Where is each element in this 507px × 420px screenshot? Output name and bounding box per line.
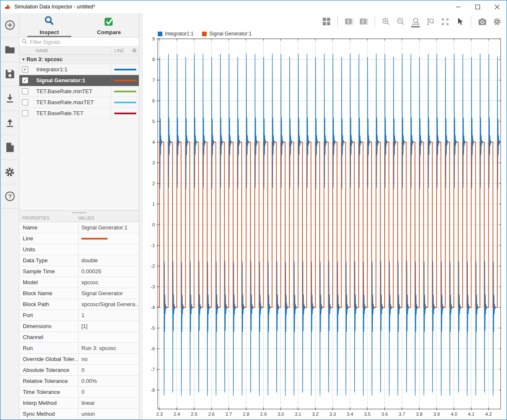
create-report-icon[interactable] [0,135,19,160]
close-icon[interactable] [487,0,507,13]
collapse-caret-icon[interactable]: ▾ [22,57,24,62]
legend-label: Signal Generator:1 [209,31,252,37]
property-value[interactable]: 1 [78,310,139,320]
svg-text:8: 8 [152,57,155,62]
svg-text:3.8: 3.8 [416,412,422,417]
signal-row[interactable]: ✓Integrator1:1 [19,64,139,75]
property-row: Line [19,233,139,244]
property-row: Block Pathxpcosc/Signal Genera… [19,299,139,310]
import-icon[interactable] [0,86,19,111]
signal-browser-panel: Inspect Compare NAME LINE [19,13,139,420]
property-label: Units [19,246,78,253]
svg-text:-8: -8 [151,388,155,393]
help-icon[interactable]: ? [0,184,19,209]
magnifier-icon [43,15,55,28]
zoom-in-time-icon[interactable] [410,16,421,27]
signal-row[interactable]: TET.BaseRate.maxTET [19,97,139,108]
signal-line-cell[interactable] [111,64,139,75]
legend-item-integrator[interactable]: Integrator1:1 [158,31,194,37]
signal-line-cell[interactable] [111,75,139,86]
svg-text:-4: -4 [151,305,155,310]
tab-compare[interactable]: Compare [79,13,139,37]
property-value[interactable]: xpcosc [78,277,139,288]
property-label: Data Type [19,257,78,264]
signal-row[interactable]: TET.BaseRate.TET [19,108,139,119]
preferences-icon[interactable] [0,160,19,184]
panel-splitter[interactable] [19,210,139,215]
property-value[interactable]: double [78,255,139,266]
open-icon[interactable] [0,38,19,62]
signal-checkbox[interactable]: ✓ [22,66,28,73]
signal-line-cell[interactable] [111,86,139,97]
settings-icon[interactable] [491,16,502,27]
property-row: Interp Methodlinear [19,398,139,409]
zoom-in-y-icon[interactable] [425,16,436,27]
property-value[interactable]: 0 [78,387,139,397]
panel-chart-divider[interactable] [139,13,143,420]
svg-text:4.1: 4.1 [468,412,475,417]
signal-row[interactable]: TET.BaseRate.minTET [19,86,139,97]
property-label: Sample Time [19,268,78,275]
property-value[interactable] [78,244,139,255]
add-icon[interactable] [0,13,19,38]
signal-line-cell[interactable] [111,108,139,118]
properties-column-header: PROPERTIES [19,216,78,221]
property-value[interactable]: 0.00025 [78,266,139,277]
property-label: Block Path [19,301,78,307]
maximize-icon[interactable] [468,0,487,13]
run-group-row[interactable]: ▾ Run 3: xpcosc [19,55,139,64]
svg-text:2.3: 2.3 [156,412,162,417]
signal-checkbox[interactable]: ✓ [22,77,28,83]
property-value[interactable]: Run 3: xpcosc [78,343,139,353]
svg-text:1: 1 [152,202,155,207]
property-value[interactable]: [1] [78,321,139,331]
property-value[interactable]: union [78,409,139,419]
plot-legend: Integrator1:1 Signal Generator:1 [158,31,252,37]
svg-text:2.6: 2.6 [208,412,215,417]
minimize-icon[interactable] [448,0,468,13]
fit-to-view-icon[interactable] [440,16,450,27]
legend-label: Integrator1:1 [165,31,194,37]
matlab-logo-icon [4,3,11,10]
signal-list: ▾ Run 3: xpcosc ✓Integrator1:1✓Signal Ge… [19,55,139,119]
gear-icon[interactable] [132,48,137,54]
signal-checkbox[interactable] [22,88,28,94]
save-icon[interactable] [0,62,19,86]
property-row: Sync Methodunion [19,409,139,420]
signal-line-swatch [114,80,136,81]
snapshot-icon[interactable] [477,16,488,27]
property-value[interactable]: Signal Generator [78,288,139,299]
svg-text:6: 6 [152,98,155,103]
property-value[interactable]: Signal Generator:1 [78,222,139,233]
filter-signals-input[interactable] [29,39,137,46]
property-value[interactable]: no [78,354,139,364]
zoom-out-icon[interactable] [395,16,406,27]
view-1-icon[interactable]: 1 [343,16,354,27]
run-group-label: Run 3: xpcosc [27,57,62,62]
legend-item-signal-generator[interactable]: Signal Generator:1 [202,31,252,37]
property-row: Absolute Tolerance0 [19,365,139,376]
cursor-icon[interactable] [454,16,465,27]
property-label: Name [19,224,78,231]
legend-swatch [202,32,207,36]
panel-spacer [19,119,139,210]
property-value[interactable] [78,233,139,244]
signal-row[interactable]: ✓Signal Generator:1 [19,75,139,86]
property-value[interactable]: xpcosc/Signal Genera… [78,299,139,310]
property-value[interactable] [78,332,139,342]
property-value[interactable]: 0 [78,365,139,375]
signal-plot[interactable]: 2.32.42.52.62.72.82.93.03.13.23.33.43.53… [143,13,507,420]
signal-line-cell[interactable] [111,97,139,108]
property-value[interactable]: 0.00% [78,376,139,386]
svg-text:-7: -7 [151,367,155,372]
signal-table-header: NAME LINE [19,47,139,55]
signal-checkbox[interactable] [22,110,28,116]
signal-checkbox[interactable] [22,99,28,105]
view-1-label: 1 [345,19,352,24]
layout-grid-icon[interactable] [321,16,332,27]
export-icon[interactable] [0,111,19,135]
view-2-icon[interactable]: 2 [358,16,369,27]
zoom-in-icon[interactable] [380,16,391,27]
tab-inspect[interactable]: Inspect [19,13,79,37]
property-value[interactable]: linear [78,398,139,408]
